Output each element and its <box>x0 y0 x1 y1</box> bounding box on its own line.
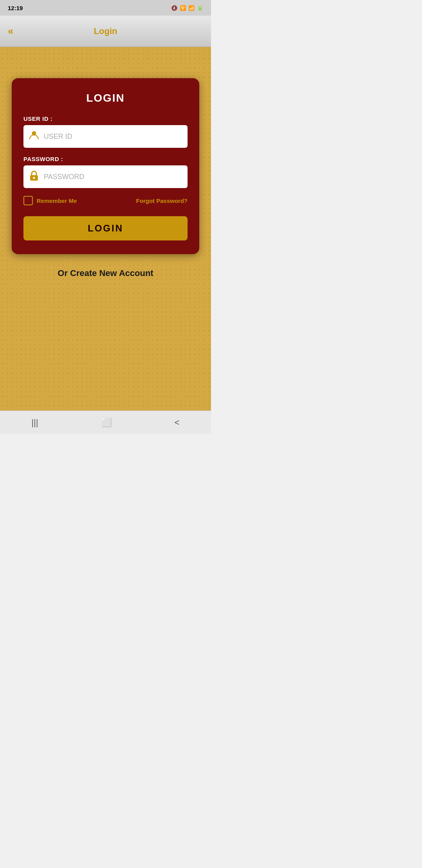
lock-icon <box>29 170 39 183</box>
bottom-nav: ||| ⬜ < <box>0 411 211 434</box>
password-input-wrapper <box>23 165 188 188</box>
status-bar: 12:19 🔇 🛜 📶 🔋 <box>0 0 211 16</box>
main-content: LOGIN USER ID : PASSWORD : <box>0 47 211 411</box>
create-account-text[interactable]: Or Create New Account <box>58 268 154 278</box>
user-id-label: USER ID : <box>23 115 188 122</box>
remember-me-label: Remember Me <box>37 197 77 204</box>
user-id-input-wrapper <box>23 125 188 148</box>
status-icons: 🔇 🛜 📶 🔋 <box>171 5 203 11</box>
back-nav-icon[interactable]: < <box>175 418 180 428</box>
battery-icon: 🔋 <box>197 5 203 11</box>
login-card: LOGIN USER ID : PASSWORD : <box>12 78 199 254</box>
status-time: 12:19 <box>8 5 23 11</box>
remember-me-group: Remember Me <box>23 196 77 205</box>
password-input[interactable] <box>44 173 182 181</box>
back-button[interactable]: « <box>8 25 13 37</box>
mute-icon: 🔇 <box>171 5 177 11</box>
signal-icon: 📶 <box>188 5 195 11</box>
page-title: Login <box>94 26 117 36</box>
remember-me-checkbox[interactable] <box>23 196 33 205</box>
password-label: PASSWORD : <box>23 156 188 162</box>
app-header: « Login <box>0 16 211 47</box>
user-id-input[interactable] <box>44 133 182 141</box>
options-row: Remember Me Forgot Password? <box>23 196 188 205</box>
wifi-icon: 🛜 <box>180 5 186 11</box>
login-button[interactable]: LOGIN <box>23 216 188 240</box>
login-card-title: LOGIN <box>23 92 188 104</box>
user-icon <box>29 130 39 143</box>
forgot-password-link[interactable]: Forgot Password? <box>136 197 188 204</box>
menu-nav-icon[interactable]: ||| <box>31 418 38 428</box>
svg-point-2 <box>33 177 35 179</box>
home-nav-icon[interactable]: ⬜ <box>101 418 112 428</box>
